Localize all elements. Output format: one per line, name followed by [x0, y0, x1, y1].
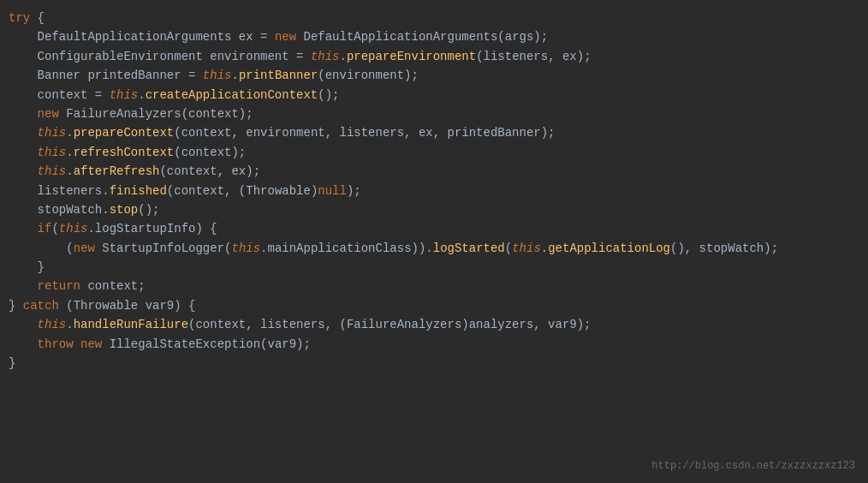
code-token: new	[38, 104, 59, 123]
code-token: (Throwable var9) {	[59, 296, 196, 315]
code-token: }	[9, 296, 23, 315]
code-token: prepareContext	[74, 123, 175, 142]
code-token: .	[231, 66, 238, 85]
code-token: printBanner	[239, 66, 318, 85]
code-token: logStarted	[433, 239, 505, 258]
code-line: if(this.logStartupInfo) {	[0, 219, 868, 238]
code-token: this	[38, 162, 67, 181]
code-line: try {	[0, 9, 868, 27]
code-token: this	[59, 219, 88, 238]
code-token: this	[38, 315, 67, 334]
code-token: context =	[38, 86, 110, 104]
code-token: .	[339, 47, 346, 66]
code-line: this.prepareContext(context, environment…	[0, 123, 868, 142]
code-token: (context, listeners, (FailureAnalyzers)a…	[188, 315, 591, 334]
code-token: listeners	[38, 182, 103, 200]
code-token: null	[318, 182, 347, 200]
code-token: ();	[138, 200, 159, 219]
code-token: getApplicationLog	[548, 239, 670, 258]
code-token: this	[231, 239, 260, 258]
code-line: (new StartupInfoLogger(this.mainApplicat…	[0, 239, 868, 258]
code-token: (	[66, 239, 73, 258]
code-line: } catch (Throwable var9) {	[0, 296, 868, 315]
code-token: createApplicationContext	[146, 86, 318, 104]
code-token: new	[74, 239, 95, 258]
code-token: }	[38, 258, 45, 277]
code-line: context = this.createApplicationContext(…	[0, 86, 868, 104]
code-token: try	[9, 9, 30, 27]
code-token: .	[541, 239, 548, 258]
code-token: )).	[412, 239, 433, 258]
code-line: this.refreshContext(context);	[0, 143, 868, 162]
code-token: (context, ex);	[159, 162, 260, 181]
code-line: new FailureAnalyzers(context);	[0, 104, 868, 123]
code-line: this.handleRunFailure(context, listeners…	[0, 315, 868, 334]
code-token: this	[38, 123, 67, 142]
code-token: ) {	[195, 219, 217, 238]
code-token: new	[275, 27, 296, 46]
code-token: .	[66, 143, 73, 162]
code-token: logStartupInfo	[95, 219, 196, 238]
code-token: DefaultApplicationArguments	[38, 27, 232, 46]
code-editor: try { DefaultApplicationArguments ex = n…	[0, 0, 868, 483]
code-token: printedBanner =	[80, 66, 203, 85]
code-token: ex =	[231, 27, 274, 46]
code-token: if	[38, 219, 52, 238]
code-token: (	[51, 219, 58, 238]
code-token: return	[38, 277, 80, 295]
code-token: DefaultApplicationArguments(args);	[296, 27, 548, 46]
code-token: (context, (Throwable)	[167, 182, 318, 200]
code-line: return context;	[0, 277, 868, 295]
code-token: {	[30, 9, 45, 27]
code-token: (environment);	[318, 66, 419, 85]
code-token: .	[102, 182, 109, 200]
code-token: catch	[23, 296, 59, 315]
code-token: this	[311, 47, 340, 66]
code-line: this.afterRefresh(context, ex);	[0, 162, 868, 181]
code-token: stopWatch	[38, 200, 103, 219]
code-token: IllegalStateException(var9);	[102, 335, 311, 354]
code-token: handleRunFailure	[74, 315, 188, 334]
code-line: }	[0, 258, 868, 277]
code-token: (context);	[174, 143, 246, 162]
code-token: prepareEnvironment	[347, 47, 476, 66]
code-token: .	[138, 86, 145, 104]
code-token: ConfigurableEnvironment	[38, 47, 203, 66]
code-token: .	[66, 315, 73, 334]
code-line: Banner printedBanner = this.printBanner(…	[0, 66, 868, 85]
code-line: ConfigurableEnvironment environment = th…	[0, 47, 868, 66]
code-token: ();	[318, 86, 339, 104]
code-token: StartupInfoLogger(	[95, 239, 232, 258]
code-token: (listeners, ex);	[476, 47, 591, 66]
code-token: stop	[110, 200, 139, 219]
code-token: throw	[38, 335, 74, 354]
code-line: stopWatch.stop();	[0, 200, 868, 219]
code-token: this	[110, 86, 139, 104]
code-token: .	[66, 123, 73, 142]
code-token: this	[203, 66, 232, 85]
code-token: .	[66, 162, 73, 181]
code-token: this	[38, 143, 67, 162]
code-token: context;	[80, 277, 146, 295]
code-token: FailureAnalyzers(context);	[59, 104, 253, 123]
code-token: (context, environment, listeners, ex, pr…	[174, 123, 555, 142]
code-token: refreshContext	[74, 143, 175, 162]
code-line: listeners.finished(context, (Throwable)n…	[0, 182, 868, 200]
code-line: throw new IllegalStateException(var9);	[0, 335, 868, 354]
code-token	[74, 335, 80, 354]
code-line: DefaultApplicationArguments ex = new Def…	[0, 27, 868, 46]
code-token: .	[102, 200, 109, 219]
code-token: Banner	[38, 66, 80, 85]
code-token: new	[80, 335, 102, 354]
code-content: try { DefaultApplicationArguments ex = n…	[0, 9, 868, 373]
code-token: afterRefresh	[74, 162, 160, 181]
code-token: (), stopWatch);	[670, 239, 778, 258]
code-token: .	[87, 219, 94, 238]
code-token: this	[512, 239, 541, 258]
code-token: finished	[110, 182, 167, 200]
code-line: }	[0, 354, 868, 373]
code-token: .	[260, 239, 267, 258]
code-token: (	[505, 239, 512, 258]
code-token: environment =	[203, 47, 311, 66]
code-token: mainApplicationClass	[268, 239, 412, 258]
